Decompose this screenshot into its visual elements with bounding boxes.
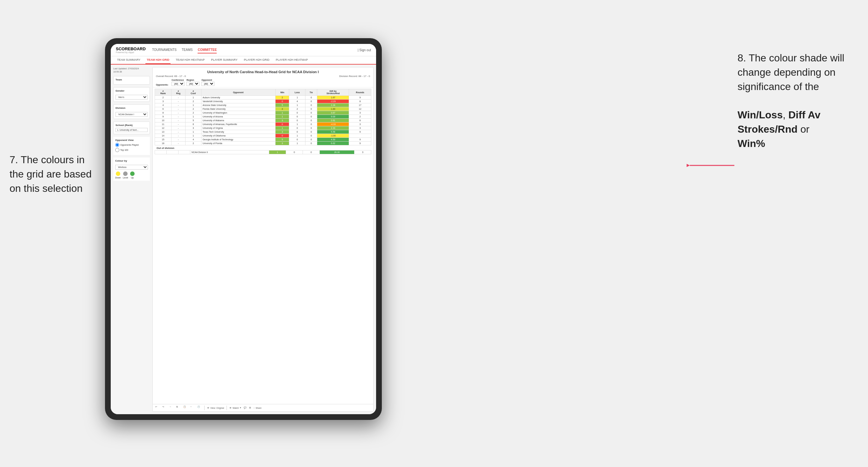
table-row: 10 - 5 University of Alabama 3 0 0 2.61 … (155, 119, 371, 122)
comment-btn[interactable]: 💬 (244, 407, 247, 409)
division-section: Division NCAA Division I (113, 104, 150, 119)
subnav-team-summary[interactable]: TEAM SUMMARY (116, 56, 142, 64)
undo-icon[interactable]: ↩ (155, 406, 160, 410)
gender-select[interactable]: Men's (116, 95, 148, 100)
table-row: 2 - 1 Auburn University 2 1 0 1.67 9 (155, 96, 371, 100)
redo-icon[interactable]: ↪ (162, 406, 167, 410)
col-loss: Loss (289, 89, 305, 96)
out-of-division-table: NCAA Division II 1 0 0 26.00 3 (155, 150, 371, 154)
col-tie: Tie (305, 89, 317, 96)
col-rank: #Rank (155, 89, 172, 96)
subnav-player-h2h-grid[interactable]: PLAYER H2H GRID (243, 56, 271, 64)
table-row: 11 - 6 University of Arkansas, Fayettevi… (155, 122, 371, 126)
minus-icon[interactable]: − (190, 406, 195, 410)
grid-record: Overall Record: 89 - 17 - 0 Division Rec… (156, 75, 370, 77)
colour-section: Colour by Win/loss Down Level (113, 157, 150, 181)
table-row: 15 - 4 Georgia Institute of Technology 5… (155, 138, 371, 142)
conference-select[interactable]: (All) (172, 82, 185, 86)
school-value: 1. University of Nort... (116, 128, 148, 132)
grid-title: University of North Carolina Head-to-Hea… (156, 70, 370, 74)
sign-out[interactable]: | Sign out (358, 49, 371, 52)
opponent-select[interactable]: (All) (202, 82, 214, 86)
school-section: School (Rank) 1. University of Nort... (113, 122, 150, 134)
gender-section: Gender Men's (113, 87, 150, 102)
col-win: Win (276, 89, 289, 96)
grid-header: University of North Carolina Head-to-Hea… (153, 67, 373, 88)
table-row: 3 - 2 Vanderbilt University 0 4 0 -2.29 … (155, 100, 371, 103)
subnav-team-h2h-grid[interactable]: TEAM H2H GRID (146, 56, 170, 64)
watch-icon: 👁 (229, 407, 231, 409)
top-nav: SCOREBOARD Powered by clippd TOURNAMENTS… (111, 44, 376, 56)
table-row: 16 - 2 University of Florida 3 1 0 6.62 … (155, 142, 371, 145)
division-select[interactable]: NCAA Division I (116, 112, 148, 117)
toolbar: ↩ ↪ → ⧉ 📋 − 🕐 👁 View: Original 👁 (153, 404, 373, 411)
forward-icon[interactable]: → (169, 406, 174, 410)
legend-up: Up (130, 172, 134, 179)
last-updated: Last Updated: 27/03/2024 16:55:38 (113, 67, 150, 73)
col-conf: #Conf (186, 89, 202, 96)
comment-icon: 💬 (244, 407, 247, 409)
annotation-left: 7. The colours in the grid are based on … (9, 153, 99, 195)
nav-teams[interactable]: TEAMS (182, 47, 192, 54)
h2h-table: #Rank #Reg #Conf Opponent Win Loss Tie D… (155, 89, 371, 145)
table-row: 14 - 1 University of Oklahoma 0 1 0 -1.0… (155, 134, 371, 138)
opponent-filter: Opponent (All) (202, 79, 214, 86)
col-opponent: Opponent (201, 89, 276, 96)
annotation-right: 8. The colour shade will change dependin… (738, 51, 859, 151)
subnav-player-summary[interactable]: PLAYER SUMMARY (210, 56, 239, 64)
nav-committee[interactable]: COMMITTEE (197, 47, 217, 54)
toolbar-sep2 (226, 406, 227, 410)
region-select[interactable]: (All) (186, 82, 199, 86)
out-of-division-row: NCAA Division II 1 0 0 26.00 3 (155, 151, 371, 154)
ipad-screen: SCOREBOARD Powered by clippd TOURNAMENTS… (111, 44, 376, 414)
colour-select[interactable]: Win/loss (115, 165, 148, 169)
sub-nav: TEAM SUMMARY TEAM H2H GRID TEAM H2H HEAT… (111, 56, 376, 65)
view-icon: 👁 (207, 407, 209, 409)
view-original-btn[interactable]: 👁 View: Original (207, 407, 224, 409)
col-rounds: Rounds (349, 89, 371, 96)
copy-icon[interactable]: ⧉ (176, 406, 181, 410)
clock-icon[interactable]: 🕐 (197, 406, 202, 410)
table-row: 4 - 1 Arizona State University 5 1 0 2.2… (155, 103, 371, 107)
nav-links: TOURNAMENTS TEAMS COMMITTEE (152, 47, 351, 54)
data-table-wrap: #Rank #Reg #Conf Opponent Win Loss Tie D… (153, 88, 373, 404)
filters-row: Opponents: Conference (All) Region (All) (156, 79, 370, 86)
annotation-bold-win-pct: Win% (738, 138, 765, 149)
left-panel: Last Updated: 27/03/2024 16:55:38 Team G… (113, 67, 150, 412)
out-of-division-label: Out of division (155, 145, 371, 150)
table-row: 6 - 2 Florida State University 4 2 0 1.8… (155, 107, 371, 111)
annotation-bold-win-loss: Win/Loss (738, 109, 783, 121)
legend: Down Level Up (115, 172, 148, 179)
table-row: 8 - 2 University of Washington 1 0 0 3.6… (155, 111, 371, 115)
subnav-player-h2h-heatmap[interactable]: PLAYER H2H HEATMAP (275, 56, 309, 64)
conference-filter: Conference (All) (172, 79, 185, 86)
table-row: 13 - 1 Texas Tech University 3 0 0 5.56 … (155, 130, 371, 134)
opponent-view-section: Opponent View Opponents Played Top 100 (113, 137, 150, 155)
region-filter: Region (All) (186, 79, 199, 86)
ipad-frame: SCOREBOARD Powered by clippd TOURNAMENTS… (105, 38, 382, 420)
right-panel: University of North Carolina Head-to-Hea… (152, 67, 374, 412)
nav-tournaments[interactable]: TOURNAMENTS (152, 47, 177, 54)
radio-top100[interactable]: Top 100 (115, 148, 148, 152)
share-icon: ↑ (254, 407, 255, 409)
grid-icon-btn[interactable]: ⊞ (249, 407, 251, 409)
col-reg: #Reg (171, 89, 185, 96)
toolbar-sep1 (204, 406, 205, 410)
watch-btn[interactable]: 👁 Watch ▾ (229, 407, 241, 409)
legend-down: Down (115, 172, 121, 179)
col-diff: Diff AvStrokes/Rnd (317, 89, 349, 96)
grid-icon: ⊞ (249, 407, 251, 409)
radio-opponents-played[interactable]: Opponents Played (115, 143, 148, 147)
arrow-right (687, 159, 734, 172)
table-row: 9 - 1 University of Arizona 1 0 0 9.00 2 (155, 115, 371, 119)
main-content: Last Updated: 27/03/2024 16:55:38 Team G… (111, 65, 376, 414)
legend-level: Level (123, 172, 128, 179)
paste-icon[interactable]: 📋 (183, 406, 188, 410)
subnav-team-h2h-heatmap[interactable]: TEAM H2H HEATMAP (174, 56, 206, 64)
team-section: Team (113, 76, 150, 85)
table-row: 12 - 3 University of Virginia 1 0 0 2.33… (155, 126, 371, 130)
share-btn[interactable]: ↑ Share (254, 407, 261, 409)
logo: SCOREBOARD Powered by clippd (116, 46, 146, 54)
